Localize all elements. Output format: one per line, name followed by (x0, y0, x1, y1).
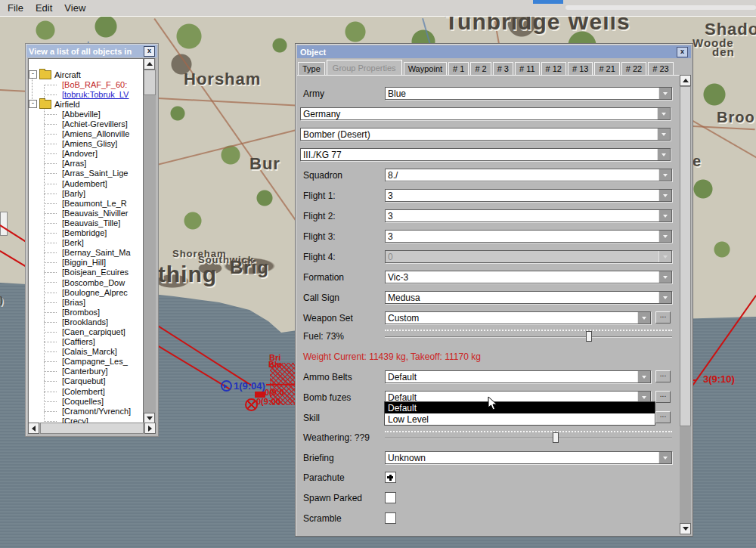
checkbox-spawn-parked[interactable] (385, 492, 396, 503)
tree-item[interactable]: [Campagne_Les_ (29, 357, 143, 367)
tab-3[interactable]: # 3 (493, 62, 513, 75)
tree-item[interactable]: [Crecy] (29, 416, 143, 424)
tree-item[interactable]: [Abbeville] (29, 109, 143, 119)
tree-item[interactable]: [Cramont/Yvrench] (29, 406, 143, 416)
chevron-down-icon[interactable] (658, 88, 671, 99)
close-icon[interactable]: x (144, 46, 155, 57)
tree-expander-icon[interactable]: - (29, 70, 37, 79)
tab-groupproperties[interactable]: Group Properties (327, 60, 402, 75)
chevron-down-icon[interactable] (658, 190, 671, 201)
dialog-vertical-scrollbar[interactable] (680, 75, 691, 534)
slider-thumb[interactable] (586, 331, 592, 342)
tree-item[interactable]: [Barly] (29, 188, 143, 198)
checkbox-scramble[interactable] (385, 512, 396, 524)
tree-item[interactable]: [Amiens_Glisy] (29, 139, 143, 149)
tab-11[interactable]: # 11 (515, 62, 540, 75)
combo-ammo-belts[interactable]: Default (385, 370, 651, 383)
tab-23[interactable]: # 23 (648, 62, 673, 75)
scrollbar-thumb[interactable] (40, 423, 144, 434)
menu-item-edit[interactable]: Edit (36, 2, 52, 14)
tree-item[interactable]: [Brombos] (29, 307, 143, 317)
tree-vertical-scrollbar[interactable] (144, 58, 156, 424)
tree-item[interactable]: [Arras] (29, 159, 143, 169)
object-dialog-titlebar[interactable]: Object x (297, 45, 691, 58)
tree-item[interactable]: [Beauvais_Tille] (29, 218, 143, 228)
tree-horizontal-scrollbar[interactable] (28, 423, 156, 434)
dock-handle[interactable] (0, 212, 8, 236)
chevron-down-icon[interactable] (657, 128, 670, 140)
combo-flight-2[interactable]: 3 (385, 209, 672, 222)
scroll-down-button[interactable] (680, 523, 691, 534)
tree-item[interactable]: [Boscombe_Dow (29, 277, 143, 287)
tree-item[interactable]: [Andover] (29, 149, 143, 159)
more-options-button[interactable]: ... (655, 411, 671, 423)
tab-22[interactable]: # 22 (621, 62, 646, 75)
tab-12[interactable]: # 12 (541, 62, 566, 75)
combo-flight-1[interactable]: 3 (385, 189, 672, 202)
chevron-down-icon[interactable] (637, 312, 650, 324)
tree-item[interactable]: [Biggin_Hill] (29, 258, 143, 268)
tree-item[interactable]: [Colembert] (29, 386, 143, 396)
combo-combo_full[interactable]: III./KG 77 (300, 148, 671, 161)
combo-army[interactable]: Blue (385, 87, 672, 100)
checkbox-parachute[interactable] (385, 472, 396, 483)
menu-item-file[interactable]: File (8, 2, 23, 14)
chevron-down-icon[interactable] (658, 452, 671, 463)
chevron-down-icon[interactable] (657, 108, 670, 119)
combo-call-sign[interactable]: Medusa (385, 291, 672, 304)
slider-weathering-9[interactable] (385, 431, 672, 443)
tree-item[interactable]: [Calais_Marck] (29, 347, 143, 357)
scroll-up-button[interactable] (144, 58, 155, 70)
combo-weapon-set[interactable]: Custom (385, 311, 651, 324)
tab-21[interactable]: # 21 (594, 62, 619, 75)
tree-item[interactable]: [Canterbury] (29, 367, 143, 376)
chevron-down-icon[interactable] (657, 149, 670, 160)
tree-item[interactable]: [Berk] (29, 238, 143, 248)
tab-1[interactable]: # 1 (448, 62, 469, 75)
tab-type[interactable]: Type (298, 62, 325, 75)
scrollbar-thumb[interactable] (680, 86, 691, 426)
tree-folder-aircraft[interactable]: -Aircraft (29, 70, 143, 79)
chevron-down-icon[interactable] (658, 231, 671, 242)
scroll-up-button[interactable] (680, 75, 691, 86)
tree-item[interactable]: [Caffiers] (29, 337, 143, 347)
tree-item[interactable]: [Beaumont_Le_R (29, 198, 143, 208)
tree-item[interactable]: [Carquebut] (29, 376, 143, 386)
chevron-down-icon[interactable] (658, 271, 671, 283)
tree-item[interactable]: [BoB_RAF_F_60: (29, 79, 143, 89)
tree-item[interactable]: [Achiet-Grevillers] (29, 119, 143, 128)
tree-item[interactable]: [Bembridge] (29, 228, 143, 238)
tree-item[interactable]: [Boisjean_Ecuires (29, 268, 143, 277)
chevron-down-icon[interactable] (658, 292, 671, 303)
scroll-left-button[interactable] (28, 423, 39, 434)
tab-waypoint[interactable]: Waypoint (404, 62, 447, 75)
menu-item-view[interactable]: View (64, 2, 85, 14)
tree-item[interactable]: [Beauvais_Niviller (29, 208, 143, 218)
chevron-down-icon[interactable] (637, 371, 650, 382)
tree-item[interactable]: [Brias] (29, 297, 143, 307)
combo-squadron[interactable]: 8./ (385, 169, 672, 181)
more-options-button[interactable]: ... (655, 370, 671, 382)
dropdown-option-low-level[interactable]: Low Level (385, 413, 655, 425)
waypoint-ring-icon[interactable] (221, 380, 232, 392)
tree-item[interactable]: [Bernay_Saint_Ma (29, 248, 143, 258)
tree-item[interactable]: [Brooklands] (29, 317, 143, 327)
chevron-down-icon[interactable] (658, 210, 671, 221)
slider-thumb[interactable] (553, 432, 559, 443)
tree-item[interactable]: [Arras_Saint_Lige (29, 169, 143, 178)
selected-waypoint[interactable]: 1(9:04) (221, 380, 265, 392)
tree-folder-airfield[interactable]: -Airfield (29, 99, 143, 109)
more-options-button[interactable]: ... (655, 311, 671, 324)
scroll-right-button[interactable] (144, 423, 156, 434)
tree-item[interactable]: [Coquelles] (29, 396, 143, 406)
chevron-down-icon[interactable] (658, 169, 671, 181)
tab-2[interactable]: # 2 (470, 62, 491, 75)
combo-combo_full[interactable]: Bomber (Desert) (300, 128, 671, 141)
scrollbar-thumb[interactable] (144, 70, 156, 95)
slider-fuel-73[interactable] (385, 330, 672, 342)
objects-tree[interactable]: -Aircraft[BoB_RAF_F_60:[tobruk:Tobruk_LV… (28, 58, 144, 424)
combo-briefing[interactable]: Unknown (385, 451, 672, 464)
close-icon[interactable]: x (677, 47, 688, 57)
combo-combo_full[interactable]: Germany (300, 107, 671, 120)
tree-item[interactable]: [Caen_carpiquet] (29, 327, 143, 336)
